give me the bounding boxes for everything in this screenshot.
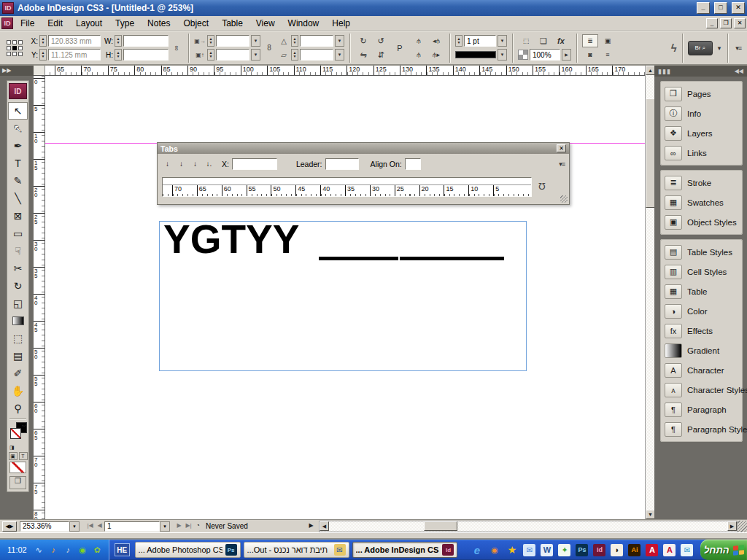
swap-fill-stroke-icon[interactable]: ⤾ (22, 421, 27, 429)
tabs-ruler[interactable]: 70 65 60 55 50 45 40 35 (162, 177, 532, 197)
wrap-object-shape-button[interactable]: ◙ (582, 48, 598, 61)
language-indicator[interactable]: HE (115, 543, 130, 556)
page-dropdown[interactable]: ▼ (160, 521, 170, 532)
tabs-dialog[interactable]: Tabs ✕ ↓ ↓ ↓ ↓. X: Leader: Align On: (157, 142, 570, 205)
opacity-dropdown[interactable]: ▶ (562, 49, 571, 61)
flip-vertical-button[interactable]: ⇵ (373, 48, 389, 61)
go-to-bridge-button[interactable]: Br⌕ (688, 41, 713, 55)
tray-webcam-icon[interactable]: ◉ (77, 545, 88, 556)
note-tool[interactable]: ▤ (8, 347, 28, 365)
reference-point-proxy[interactable] (7, 40, 23, 56)
close-button[interactable]: ✕ (732, 2, 745, 14)
horizontal-scrollbar[interactable]: ◀ ▶ (319, 521, 738, 532)
rotate-tool[interactable]: ↻ (8, 277, 28, 295)
rectangle-frame-tool[interactable]: ⊠ (8, 207, 28, 225)
ql-green-app-icon[interactable]: ✦ (558, 544, 570, 556)
panel-paragraph-styles[interactable]: ¶ Paragraph Styles (660, 419, 743, 439)
zoom-level-field[interactable]: 253.36% (20, 521, 69, 532)
ql-indesign-icon[interactable]: Id (593, 544, 605, 556)
next-page-button[interactable]: ▶ (174, 521, 184, 531)
view-mode-button[interactable]: ❐ (9, 476, 26, 489)
stroke-weight-spinner[interactable]: ▲▼ (455, 35, 462, 47)
ql-word-icon[interactable]: W (541, 544, 553, 556)
tabs-dialog-titlebar[interactable]: Tabs ✕ (158, 143, 569, 154)
vertical-ruler[interactable]: 0 5 10 15 20 25 30 35 40 45 50 55 (34, 76, 45, 519)
scale-x-spinner[interactable]: ▲▼ (207, 35, 214, 47)
ql-bird-app-icon[interactable]: ◗ (611, 544, 623, 556)
scale-y-field[interactable] (216, 49, 249, 61)
stroke-weight-dropdown[interactable]: ▼ (498, 35, 507, 47)
dock-drag-handle[interactable]: ▮▮▮ (658, 68, 671, 75)
shear-angle-field[interactable] (300, 49, 333, 61)
h-spinner[interactable]: ▲▼ (115, 49, 122, 61)
free-transform-tool[interactable]: ⬚ (8, 330, 28, 347)
scale-y-dropdown[interactable]: ▼ (251, 49, 260, 61)
y-position-field[interactable]: 11.125 mm (48, 49, 101, 61)
width-field[interactable] (123, 35, 169, 47)
task-adobe-photoshop[interactable]: ... Adobe Photoshop CS3 Ps (135, 542, 241, 558)
rotate-ccw-button[interactable]: ↺ (373, 34, 389, 47)
tabs-close-button[interactable]: ✕ (557, 144, 566, 152)
shear-dropdown[interactable]: ▼ (335, 49, 344, 61)
panel-effects[interactable]: fx Effects (660, 321, 743, 341)
tabs-align-input[interactable] (405, 158, 421, 170)
select-previous-icon[interactable]: ◂⫛ (428, 34, 444, 47)
rectangle-tool[interactable]: ▭ (8, 225, 28, 242)
doc-close-button[interactable]: ✕ (734, 18, 746, 28)
flip-horizontal-button[interactable]: ⇋ (355, 48, 371, 61)
ql-mail-sync-icon[interactable]: ✉ (523, 544, 535, 556)
zoom-dropdown[interactable]: ▼ (69, 521, 80, 532)
previous-page-button[interactable]: ◀ (95, 521, 104, 531)
start-button[interactable]: התחל (700, 540, 747, 560)
menu-edit[interactable]: Edit (42, 17, 69, 30)
panel-cell-styles[interactable]: ▥ Cell Styles (660, 262, 743, 281)
panel-color[interactable]: ◑ Color (660, 301, 743, 321)
panel-info[interactable]: ⓘ Info (660, 104, 743, 123)
scroll-left-arrow[interactable]: ◀ (320, 521, 329, 531)
scale-x-dropdown[interactable]: ▼ (251, 35, 260, 47)
maximize-button[interactable]: □ (714, 2, 727, 14)
formatting-affects-container-button[interactable]: ▣ (9, 452, 18, 460)
select-container-icon[interactable]: ⫛ (411, 34, 427, 47)
tray-icq-flower-icon[interactable]: ✿ (92, 545, 103, 556)
panel-object-styles[interactable]: ▣ Object Styles (660, 212, 743, 232)
stroke-style-dropdown[interactable]: ▼ (498, 49, 507, 61)
ql-acrobat-icon[interactable]: A (646, 544, 658, 556)
tabs-resize-grip[interactable] (560, 195, 568, 203)
direct-selection-tool[interactable]: ↖ (8, 120, 28, 137)
tab-stop-strip[interactable] (163, 178, 531, 185)
opacity-field[interactable]: 100% (530, 49, 560, 61)
pencil-tool[interactable]: ✎ (8, 172, 28, 190)
text-frame[interactable]: YGTYY (159, 221, 527, 371)
eyedropper-tool[interactable]: ✐ (8, 365, 28, 382)
select-content-icon[interactable]: ⫛ (411, 48, 427, 61)
ql-media-player-icon[interactable]: ◉ (488, 544, 500, 556)
doc-restore-button[interactable]: ❐ (720, 18, 732, 28)
snap-magnet-icon[interactable]: Ω (535, 179, 549, 192)
panel-character[interactable]: A Character (660, 360, 743, 380)
pen-tool[interactable]: ✒ (8, 137, 28, 155)
ruler-origin-corner[interactable] (34, 66, 45, 76)
bridge-dropdown-arrow[interactable]: ▾ (716, 44, 723, 52)
x-position-field[interactable]: 120.833 mm (48, 35, 101, 47)
panel-gradient[interactable]: Gradient (660, 341, 743, 360)
shear-spinner[interactable]: ▲▼ (291, 49, 298, 61)
first-page-button[interactable]: |◀ (85, 521, 95, 531)
ql-acrobat-reader-icon[interactable]: A (663, 544, 676, 556)
page-number-field[interactable]: 1 (104, 521, 160, 532)
panel-paragraph[interactable]: ¶ Paragraph (660, 400, 743, 419)
button-tool[interactable]: ☟ (8, 242, 28, 260)
last-page-button[interactable]: ▶| (184, 521, 193, 531)
rotation-angle-field[interactable] (300, 35, 333, 47)
panel-pages[interactable]: ❒ Pages (660, 84, 743, 104)
menu-file[interactable]: File (15, 17, 40, 30)
scissors-tool[interactable]: ✂ (8, 260, 28, 277)
height-field[interactable] (123, 49, 169, 61)
panel-table[interactable]: ▦ Table (660, 281, 743, 301)
hand-tool[interactable]: ✋ (8, 382, 28, 400)
menu-type[interactable]: Type (109, 17, 140, 30)
doc-minimize-button[interactable]: _ (706, 18, 718, 28)
tray-volume-icon[interactable]: ♪ (48, 545, 59, 556)
menu-object[interactable]: Object (177, 17, 214, 30)
dock-collapse-icon[interactable]: ◀◀ (735, 68, 743, 74)
